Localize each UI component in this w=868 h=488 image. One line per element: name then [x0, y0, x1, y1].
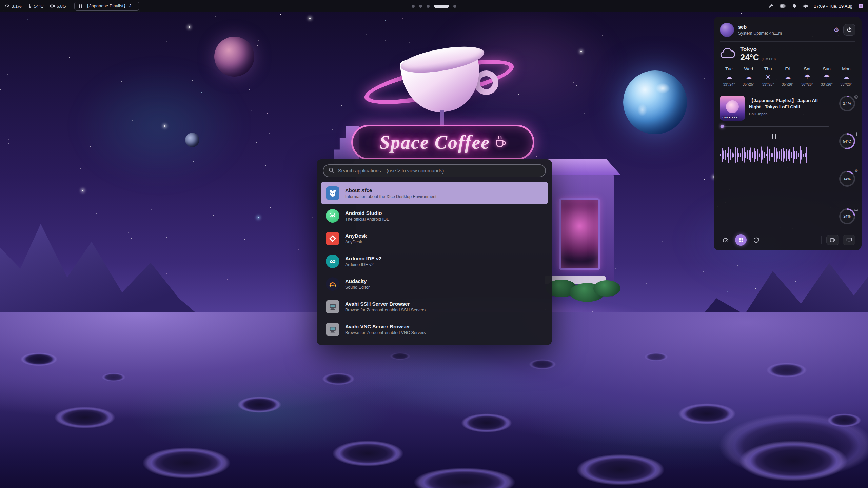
- android-studio-icon: [326, 209, 339, 223]
- workspace-dot[interactable]: [419, 5, 422, 8]
- settings-gear-icon[interactable]: ⚙: [833, 27, 839, 33]
- album-art: TOKYO LO: [720, 96, 745, 121]
- crater: [390, 352, 410, 360]
- star: [258, 217, 259, 218]
- memory-stat: 6.8G: [50, 4, 66, 9]
- wrench-icon[interactable]: [769, 4, 774, 9]
- app-row-audacity[interactable]: Audacity Sound Editor: [321, 272, 548, 295]
- crater: [827, 413, 861, 427]
- pause-button[interactable]: [769, 131, 780, 141]
- weather-icon: ☁: [726, 74, 732, 80]
- album-art-label: TOKYO LO: [722, 116, 739, 119]
- track-title: 【Japanese Playlist】 Japan All Night - To…: [749, 98, 829, 110]
- weather-icon: ☀: [765, 74, 771, 80]
- system-gauges: 3.1% 54°C ⚙ 14% 24%: [833, 96, 856, 224]
- xfce-icon: [326, 186, 339, 200]
- gauge-temp: 54°C: [839, 133, 855, 149]
- workspace-dot[interactable]: [453, 5, 456, 8]
- arduino-icon: ∞: [326, 255, 339, 268]
- forecast-day: Fri ☁ 35°/26°: [778, 66, 797, 86]
- forecast-day: Sat ☂ 36°/26°: [798, 66, 816, 86]
- star: [82, 190, 83, 191]
- display-button[interactable]: [843, 235, 855, 245]
- forecast-day: Wed ☁ 35°/25°: [739, 66, 758, 86]
- crater: [237, 396, 281, 413]
- media-player: TOKYO LO 【Japanese Playlist】 Japan All N…: [720, 96, 855, 224]
- forecast-day: Sun ☂ 33°/26°: [817, 66, 836, 86]
- sign-text: Space Coffee: [379, 131, 490, 153]
- seek-bar[interactable]: [720, 126, 829, 127]
- crater: [739, 441, 848, 481]
- weather-icon: ☁: [843, 74, 850, 80]
- app-row-arduino[interactable]: ∞ Arduino IDE v2 Arduino IDE v2: [321, 250, 548, 272]
- crater: [142, 447, 231, 479]
- shield-button[interactable]: [750, 234, 762, 246]
- app-row-about-xfce[interactable]: About Xfce Information about the Xfce De…: [321, 182, 548, 204]
- earth-planet: [623, 70, 687, 134]
- track-subtitle: Chill Japan.: [749, 112, 829, 116]
- app-finder: About Xfce Information about the Xfce De…: [317, 159, 552, 345]
- user-card: seb System Uptime: 4h11m ⚙: [720, 23, 855, 37]
- app-row-avahi-vnc[interactable]: Avahi VNC Server Browser Browse for Zero…: [321, 318, 548, 341]
- weather-temp: 24°C: [740, 53, 759, 62]
- search-bar: [323, 164, 546, 177]
- app-grid-button[interactable]: [735, 234, 747, 246]
- chip-icon: [854, 94, 858, 100]
- avatar[interactable]: [720, 23, 734, 37]
- crater: [102, 373, 125, 382]
- avahi-ssh-icon: [326, 300, 339, 313]
- clock[interactable]: 17:09 - Tue, 19 Aug: [814, 4, 852, 9]
- crater: [529, 359, 556, 369]
- power-button[interactable]: [843, 24, 855, 36]
- weather-timezone: (GMT+9): [762, 57, 776, 61]
- workspace-active[interactable]: [434, 5, 449, 8]
- topbar-music-widget[interactable]: 【Japanese Playlist】 J...: [74, 2, 139, 11]
- username: seb: [738, 24, 782, 30]
- forecast-day: Thu ☀ 33°/26°: [759, 66, 777, 86]
- battery-icon[interactable]: [780, 4, 786, 8]
- app-row-anydesk[interactable]: AnyDesk AnyDesk: [321, 227, 548, 250]
- crater: [461, 413, 512, 432]
- forecast-day: Mon ☁ 33°/26°: [837, 66, 855, 86]
- search-input[interactable]: [338, 168, 540, 174]
- crater: [322, 373, 355, 385]
- workspace-dot[interactable]: [412, 5, 415, 8]
- star: [164, 125, 165, 127]
- avahi-vnc-icon: [326, 323, 339, 336]
- weather-icon: ☁: [784, 74, 791, 80]
- seek-handle[interactable]: [721, 125, 724, 128]
- gauge-icon: [5, 4, 9, 8]
- workspace-indicator: [412, 0, 456, 12]
- gauge-fan: ⚙ 14%: [839, 171, 855, 187]
- app-list: About Xfce Information about the Xfce De…: [321, 182, 548, 341]
- desktop: Space Coffee 3.1%: [0, 0, 868, 488]
- quick-actions: [720, 233, 855, 246]
- screen-record-button[interactable]: [826, 235, 839, 245]
- gauge-memory: 24%: [839, 208, 855, 224]
- cloud-icon: [720, 47, 735, 60]
- search-icon: [329, 167, 334, 175]
- crater: [576, 454, 665, 485]
- crater: [332, 441, 403, 466]
- gauge-cpu: 3.1%: [839, 96, 855, 111]
- app-row-android-studio[interactable]: Android Studio The official Android IDE: [321, 204, 548, 227]
- volume-icon[interactable]: [803, 4, 808, 8]
- workspace-dot[interactable]: [427, 5, 430, 8]
- app-grid-icon[interactable]: [859, 4, 863, 8]
- dashboard-button[interactable]: [720, 234, 731, 246]
- audacity-icon: [326, 277, 339, 291]
- small-moon: [185, 133, 199, 147]
- bell-icon[interactable]: [792, 4, 797, 8]
- weather-city: Tokyo: [740, 46, 776, 53]
- ram-icon: [854, 207, 858, 213]
- cpu-stat: 3.1%: [5, 4, 22, 9]
- pause-icon: [79, 4, 82, 8]
- crater: [644, 352, 668, 361]
- temp-stat: 54°C: [28, 4, 44, 9]
- star: [309, 18, 311, 19]
- app-row-avahi-ssh[interactable]: Avahi SSH Server Browser Browse for Zero…: [321, 295, 548, 318]
- purple-planet: [214, 37, 254, 77]
- forecast-day: Tue ☁ 33°/24°: [720, 66, 738, 86]
- top-panel: 3.1% 54°C 6.8G 【Japanese Playlist】 J...: [0, 0, 868, 12]
- crater: [414, 468, 515, 488]
